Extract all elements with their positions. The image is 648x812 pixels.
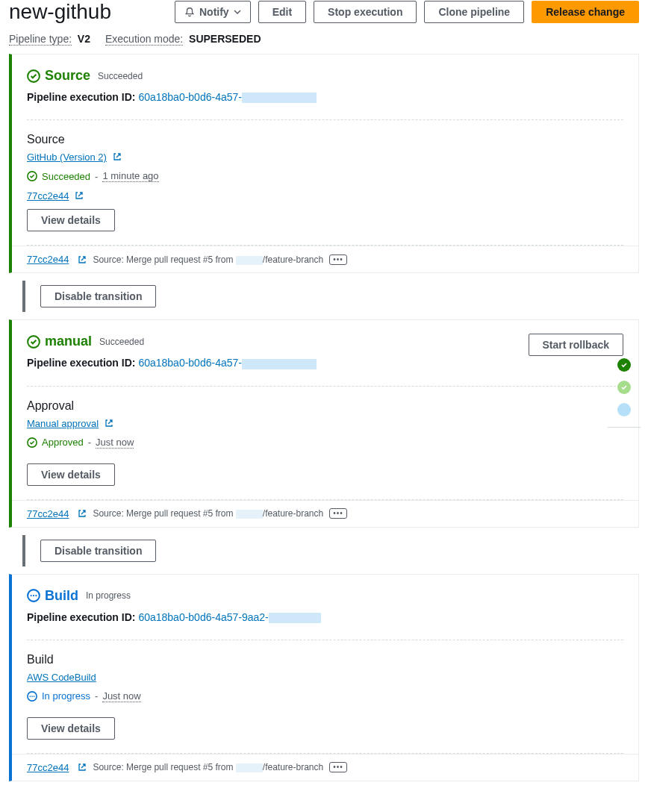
svg-point-11	[34, 696, 35, 697]
in-progress-icon	[27, 589, 40, 602]
action-provider-link[interactable]: Manual approval	[27, 418, 99, 429]
stage-footer: 77cc2e44 Source: Merge pull request #5 f…	[12, 500, 638, 527]
success-icon	[27, 171, 37, 181]
in-progress-icon	[27, 691, 37, 702]
transition-row: Disable transition	[22, 528, 648, 574]
svg-point-5	[31, 595, 32, 596]
redacted-text	[236, 256, 263, 265]
execution-id-label: Pipeline execution ID:	[27, 91, 135, 103]
stage-header: Build In progress Pipeline execution ID:…	[12, 575, 638, 640]
caret-down-icon	[234, 8, 241, 16]
commit-link[interactable]: 77cc2e44	[27, 254, 69, 265]
action-block: Source GitHub (Version 2) Succeeded - 1 …	[12, 120, 638, 245]
commit-link[interactable]: 77cc2e44	[27, 190, 69, 202]
action-name: Build	[27, 653, 623, 666]
view-details-button[interactable]: View details	[27, 463, 115, 486]
more-icon[interactable]: •••	[329, 762, 347, 772]
notify-button[interactable]: Notify	[175, 1, 251, 23]
stage-footer: 77cc2e44 Source: Merge pull request #5 f…	[12, 754, 638, 781]
commit-link[interactable]: 77cc2e44	[27, 762, 69, 773]
svg-point-6	[33, 595, 34, 596]
commit-link[interactable]: 77cc2e44	[27, 508, 69, 519]
minimap-stage-inprogress-icon[interactable]	[617, 403, 631, 416]
svg-point-9	[30, 696, 31, 697]
external-link-icon	[113, 152, 122, 161]
action-provider-link[interactable]: AWS CodeBuild	[27, 672, 96, 683]
action-status: Approved - Just now	[27, 437, 623, 449]
status-time: Just now	[102, 690, 140, 702]
more-icon[interactable]: •••	[329, 508, 347, 519]
pipeline-title: new-github	[9, 0, 111, 24]
action-block: Approval Manual approval Approved - Just…	[12, 387, 638, 499]
execution-id-label: Pipeline execution ID:	[27, 357, 135, 369]
start-rollback-button[interactable]: Start rollback	[529, 334, 623, 356]
minimap-stage-succeeded-icon[interactable]	[617, 358, 631, 372]
redacted-text	[242, 93, 317, 103]
stage-source: Source Succeeded Pipeline execution ID: …	[9, 54, 639, 273]
view-details-button[interactable]: View details	[27, 209, 115, 231]
success-icon	[27, 335, 40, 349]
transition-connector	[22, 281, 25, 312]
stage-title: Source	[27, 68, 90, 84]
svg-point-7	[35, 595, 37, 596]
stage-footer: 77cc2e44 Source: Merge pull request #5 f…	[12, 246, 638, 272]
stage-title: manual	[27, 334, 92, 349]
execution-id-row: Pipeline execution ID: 60a18ba0-b0d6-4a5…	[27, 84, 331, 113]
execution-id-row: Pipeline execution ID: 60a18ba0-b0d6-4a5…	[27, 349, 331, 379]
action-name: Source	[27, 133, 623, 146]
execution-mode-label: Execution mode:	[105, 33, 183, 46]
external-link-icon	[78, 763, 87, 772]
more-icon[interactable]: •••	[329, 254, 347, 265]
stage-header: manual Succeeded Pipeline execution ID: …	[12, 320, 638, 385]
status-text: In progress	[42, 690, 90, 702]
execution-id-link[interactable]: 60a18ba0-b0d6-4a57-	[138, 91, 242, 103]
notify-label: Notify	[199, 6, 229, 18]
stage-header: Source Succeeded Pipeline execution ID: …	[12, 54, 638, 119]
disable-transition-button[interactable]: Disable transition	[40, 540, 156, 562]
disable-transition-button[interactable]: Disable transition	[40, 285, 156, 307]
release-change-button[interactable]: Release change	[532, 1, 639, 23]
execution-id-link[interactable]: 60a18ba0-b0d6-4a57-	[138, 357, 242, 369]
action-block: Build AWS CodeBuild In progress - Just n…	[12, 640, 638, 753]
execution-id-row: Pipeline execution ID: 60a18ba0-b0d6-4a5…	[27, 604, 336, 634]
action-name: Approval	[27, 399, 623, 413]
stop-execution-button[interactable]: Stop execution	[314, 1, 417, 23]
action-provider-link[interactable]: GitHub (Version 2)	[27, 152, 107, 163]
status-time: Just now	[96, 437, 134, 449]
stage-status: Succeeded	[99, 337, 144, 347]
redacted-text	[242, 359, 317, 369]
status-text: Succeeded	[42, 171, 90, 182]
svg-point-10	[31, 696, 33, 697]
status-time: 1 minute ago	[102, 170, 158, 182]
check-icon	[620, 361, 628, 369]
success-icon	[27, 69, 40, 83]
pipeline-type-label: Pipeline type:	[9, 33, 72, 46]
header-actions: Notify Edit Stop execution Clone pipelin…	[175, 1, 639, 23]
external-link-icon	[105, 419, 113, 428]
execution-id-label: Pipeline execution ID:	[27, 611, 135, 623]
stage-status: In progress	[86, 590, 131, 601]
stage-manual: manual Succeeded Pipeline execution ID: …	[9, 319, 639, 527]
view-details-button[interactable]: View details	[27, 717, 115, 740]
action-status: In progress - Just now	[27, 690, 623, 702]
page-header: new-github Notify Edit Stop execution Cl…	[0, 0, 648, 24]
clone-pipeline-button[interactable]: Clone pipeline	[424, 1, 524, 23]
external-link-icon	[78, 509, 87, 518]
redacted-text	[269, 613, 321, 623]
external-link-icon	[78, 255, 87, 264]
external-link-icon	[75, 191, 84, 200]
execution-mode-value: SUPERSEDED	[189, 33, 261, 45]
redacted-text	[236, 510, 263, 519]
redacted-text	[236, 763, 263, 772]
minimap-stage-succeeded-icon[interactable]	[617, 381, 631, 394]
stage-minimap	[608, 358, 641, 428]
pipeline-type-value: V2	[78, 33, 90, 45]
pipeline-meta: Pipeline type: V2 Execution mode: SUPERS…	[0, 24, 648, 54]
edit-button[interactable]: Edit	[258, 1, 306, 23]
stage-status: Succeeded	[98, 71, 143, 81]
bell-icon	[184, 7, 195, 17]
transition-connector	[22, 535, 25, 566]
stage-build: Build In progress Pipeline execution ID:…	[9, 574, 639, 781]
execution-id-link[interactable]: 60a18ba0-b0d6-4a57-9aa2-	[138, 611, 268, 623]
action-status: Succeeded - 1 minute ago	[27, 170, 623, 182]
